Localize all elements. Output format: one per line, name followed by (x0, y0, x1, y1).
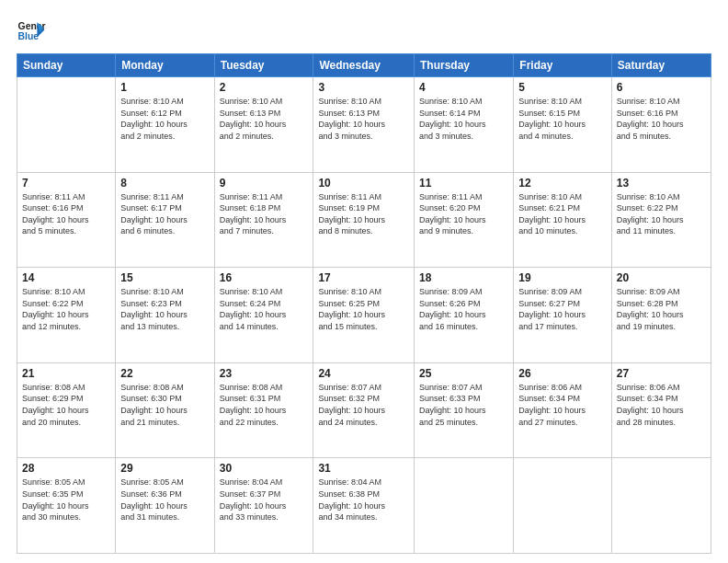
svg-text:Blue: Blue (18, 31, 40, 41)
cell-day-number: 16 (220, 271, 309, 284)
calendar-cell: 30Sunrise: 8:04 AM Sunset: 6:37 PM Dayli… (214, 458, 313, 554)
cell-info: Sunrise: 8:11 AM Sunset: 6:19 PM Dayligh… (318, 191, 409, 237)
calendar-cell: 16Sunrise: 8:10 AM Sunset: 6:24 PM Dayli… (214, 268, 313, 363)
calendar-cell: 20Sunrise: 8:09 AM Sunset: 6:28 PM Dayli… (611, 268, 711, 363)
week-row-1: 7Sunrise: 8:11 AM Sunset: 6:16 PM Daylig… (17, 172, 711, 268)
cell-info: Sunrise: 8:10 AM Sunset: 6:21 PM Dayligh… (518, 191, 607, 237)
calendar-cell: 28Sunrise: 8:05 AM Sunset: 6:35 PM Dayli… (17, 458, 116, 554)
calendar-cell: 23Sunrise: 8:08 AM Sunset: 6:31 PM Dayli… (214, 362, 313, 458)
cell-day-number: 4 (419, 81, 508, 94)
calendar-cell: 26Sunrise: 8:06 AM Sunset: 6:34 PM Dayli… (514, 362, 612, 458)
cell-info: Sunrise: 8:06 AM Sunset: 6:34 PM Dayligh… (617, 382, 706, 428)
cell-day-number: 13 (617, 177, 706, 190)
calendar-cell: 12Sunrise: 8:10 AM Sunset: 6:21 PM Dayli… (514, 172, 612, 268)
cell-info: Sunrise: 8:11 AM Sunset: 6:16 PM Dayligh… (22, 191, 110, 237)
calendar-cell: 14Sunrise: 8:10 AM Sunset: 6:22 PM Dayli… (17, 268, 116, 363)
cell-info: Sunrise: 8:05 AM Sunset: 6:36 PM Dayligh… (120, 477, 209, 523)
calendar-cell (514, 458, 612, 554)
calendar-cell (611, 458, 711, 554)
week-row-3: 21Sunrise: 8:08 AM Sunset: 6:29 PM Dayli… (17, 362, 711, 458)
weekday-wednesday: Wednesday (313, 54, 415, 77)
cell-day-number: 12 (518, 177, 607, 190)
calendar-cell: 15Sunrise: 8:10 AM Sunset: 6:23 PM Dayli… (116, 268, 214, 363)
cell-day-number: 11 (419, 177, 508, 190)
cell-info: Sunrise: 8:09 AM Sunset: 6:28 PM Dayligh… (617, 286, 706, 332)
cell-info: Sunrise: 8:10 AM Sunset: 6:13 PM Dayligh… (220, 96, 309, 142)
calendar-cell: 22Sunrise: 8:08 AM Sunset: 6:30 PM Dayli… (116, 362, 214, 458)
cell-day-number: 8 (120, 177, 209, 190)
calendar-cell: 17Sunrise: 8:10 AM Sunset: 6:25 PM Dayli… (313, 268, 415, 363)
cell-info: Sunrise: 8:10 AM Sunset: 6:23 PM Dayligh… (120, 286, 209, 332)
cell-info: Sunrise: 8:10 AM Sunset: 6:16 PM Dayligh… (617, 96, 706, 142)
calendar-cell: 2Sunrise: 8:10 AM Sunset: 6:13 PM Daylig… (214, 77, 313, 173)
calendar-cell: 6Sunrise: 8:10 AM Sunset: 6:16 PM Daylig… (611, 77, 711, 173)
weekday-monday: Monday (116, 54, 214, 77)
cell-day-number: 28 (22, 462, 110, 475)
cell-info: Sunrise: 8:09 AM Sunset: 6:26 PM Dayligh… (419, 286, 508, 332)
cell-day-number: 22 (120, 367, 209, 380)
cell-day-number: 1 (120, 81, 209, 94)
cell-info: Sunrise: 8:10 AM Sunset: 6:14 PM Dayligh… (419, 96, 508, 142)
logo-icon: General Blue (17, 17, 46, 46)
cell-info: Sunrise: 8:10 AM Sunset: 6:15 PM Dayligh… (518, 96, 607, 142)
cell-info: Sunrise: 8:10 AM Sunset: 6:24 PM Dayligh… (220, 286, 309, 332)
calendar-cell: 24Sunrise: 8:07 AM Sunset: 6:32 PM Dayli… (313, 362, 415, 458)
cell-day-number: 15 (120, 271, 209, 284)
header: General Blue (17, 17, 711, 46)
cell-info: Sunrise: 8:11 AM Sunset: 6:18 PM Dayligh… (220, 191, 309, 237)
week-row-0: 1Sunrise: 8:10 AM Sunset: 6:12 PM Daylig… (17, 77, 711, 173)
cell-info: Sunrise: 8:10 AM Sunset: 6:22 PM Dayligh… (617, 191, 706, 237)
calendar-cell: 3Sunrise: 8:10 AM Sunset: 6:13 PM Daylig… (313, 77, 415, 173)
weekday-friday: Friday (514, 54, 612, 77)
cell-day-number: 20 (617, 271, 706, 284)
cell-day-number: 3 (318, 81, 409, 94)
calendar-cell: 11Sunrise: 8:11 AM Sunset: 6:20 PM Dayli… (415, 172, 514, 268)
cell-info: Sunrise: 8:08 AM Sunset: 6:31 PM Dayligh… (220, 382, 309, 428)
calendar-cell: 5Sunrise: 8:10 AM Sunset: 6:15 PM Daylig… (514, 77, 612, 173)
calendar-cell (415, 458, 514, 554)
calendar-cell: 21Sunrise: 8:08 AM Sunset: 6:29 PM Dayli… (17, 362, 116, 458)
week-row-4: 28Sunrise: 8:05 AM Sunset: 6:35 PM Dayli… (17, 458, 711, 554)
calendar-cell: 9Sunrise: 8:11 AM Sunset: 6:18 PM Daylig… (214, 172, 313, 268)
cell-info: Sunrise: 8:11 AM Sunset: 6:17 PM Dayligh… (120, 191, 209, 237)
cell-day-number: 25 (419, 367, 508, 380)
weekday-sunday: Sunday (17, 54, 116, 77)
cell-info: Sunrise: 8:10 AM Sunset: 6:25 PM Dayligh… (318, 286, 409, 332)
cell-info: Sunrise: 8:08 AM Sunset: 6:30 PM Dayligh… (120, 382, 209, 428)
cell-info: Sunrise: 8:05 AM Sunset: 6:35 PM Dayligh… (22, 477, 110, 523)
cell-info: Sunrise: 8:04 AM Sunset: 6:37 PM Dayligh… (220, 477, 309, 523)
cell-info: Sunrise: 8:04 AM Sunset: 6:38 PM Dayligh… (318, 477, 409, 523)
calendar-cell: 8Sunrise: 8:11 AM Sunset: 6:17 PM Daylig… (116, 172, 214, 268)
calendar-cell: 13Sunrise: 8:10 AM Sunset: 6:22 PM Dayli… (611, 172, 711, 268)
cell-day-number: 30 (220, 462, 309, 475)
cell-day-number: 9 (220, 177, 309, 190)
calendar-cell: 10Sunrise: 8:11 AM Sunset: 6:19 PM Dayli… (313, 172, 415, 268)
cell-info: Sunrise: 8:08 AM Sunset: 6:29 PM Dayligh… (22, 382, 110, 428)
cell-day-number: 6 (617, 81, 706, 94)
cell-day-number: 27 (617, 367, 706, 380)
cell-day-number: 10 (318, 177, 409, 190)
weekday-header-row: SundayMondayTuesdayWednesdayThursdayFrid… (17, 54, 711, 77)
cell-day-number: 31 (318, 462, 409, 475)
cell-info: Sunrise: 8:10 AM Sunset: 6:13 PM Dayligh… (318, 96, 409, 142)
cell-day-number: 5 (518, 81, 607, 94)
cell-day-number: 18 (419, 271, 508, 284)
weekday-saturday: Saturday (611, 54, 711, 77)
weekday-tuesday: Tuesday (214, 54, 313, 77)
cell-info: Sunrise: 8:06 AM Sunset: 6:34 PM Dayligh… (518, 382, 607, 428)
calendar-cell: 18Sunrise: 8:09 AM Sunset: 6:26 PM Dayli… (415, 268, 514, 363)
cell-info: Sunrise: 8:11 AM Sunset: 6:20 PM Dayligh… (419, 191, 508, 237)
calendar-cell: 1Sunrise: 8:10 AM Sunset: 6:12 PM Daylig… (116, 77, 214, 173)
cell-day-number: 17 (318, 271, 409, 284)
cell-info: Sunrise: 8:10 AM Sunset: 6:22 PM Dayligh… (22, 286, 110, 332)
cell-info: Sunrise: 8:07 AM Sunset: 6:32 PM Dayligh… (318, 382, 409, 428)
calendar-cell: 25Sunrise: 8:07 AM Sunset: 6:33 PM Dayli… (415, 362, 514, 458)
cell-day-number: 2 (220, 81, 309, 94)
calendar-table: SundayMondayTuesdayWednesdayThursdayFrid… (17, 53, 711, 554)
weekday-thursday: Thursday (415, 54, 514, 77)
cell-day-number: 26 (518, 367, 607, 380)
cell-day-number: 19 (518, 271, 607, 284)
calendar-cell: 4Sunrise: 8:10 AM Sunset: 6:14 PM Daylig… (415, 77, 514, 173)
calendar-cell: 27Sunrise: 8:06 AM Sunset: 6:34 PM Dayli… (611, 362, 711, 458)
cell-day-number: 14 (22, 271, 110, 284)
